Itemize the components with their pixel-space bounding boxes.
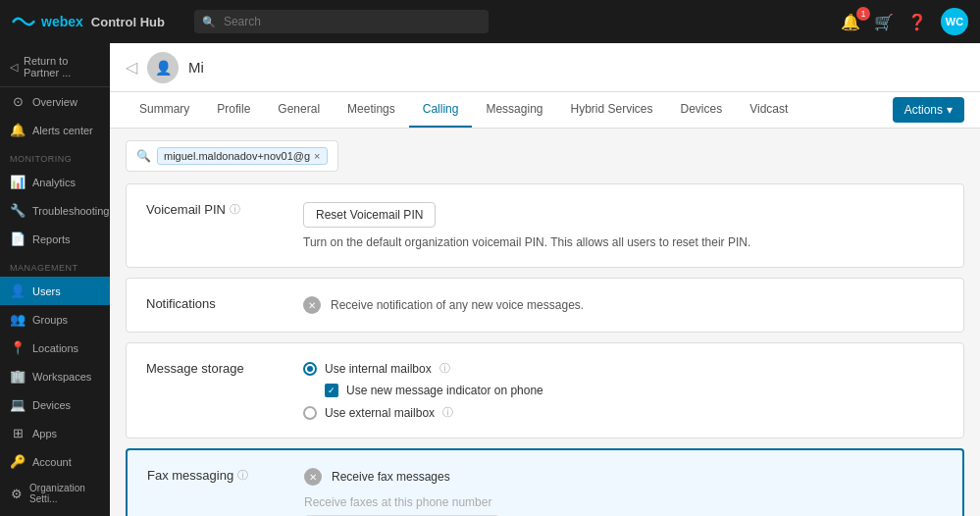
services-section-label: SERVICES bbox=[0, 511, 110, 516]
message-indicator-label: Use new message indicator on phone bbox=[346, 384, 543, 397]
message-storage-card: Message storage Use internal mailbox ⓘ ✓… bbox=[126, 342, 964, 439]
voicemail-pin-content: Reset Voicemail PIN Turn on the default … bbox=[303, 202, 944, 249]
internal-mailbox-info-icon[interactable]: ⓘ bbox=[439, 361, 450, 376]
email-tag: miguel.maldonadov+nov01@g × bbox=[157, 147, 328, 165]
message-storage-label: Message storage bbox=[146, 361, 284, 376]
user-name: Mi bbox=[188, 59, 204, 76]
back-to-partner[interactable]: ◁ Return to Partner ... bbox=[0, 47, 110, 87]
reports-icon: 📄 bbox=[10, 232, 26, 246]
sidebar-item-troubleshooting[interactable]: 🔧 Troubleshooting bbox=[0, 196, 110, 225]
users-icon: 👤 bbox=[10, 284, 26, 298]
user-avatar[interactable]: WC bbox=[941, 8, 968, 35]
notifications-row: Notifications ✕ Receive notification of … bbox=[146, 296, 944, 314]
sidebar-item-overview[interactable]: ⊙ Overview bbox=[0, 87, 110, 116]
notifications-toggle[interactable]: ✕ bbox=[303, 296, 321, 314]
main-content: ◁ 👤 Mi Summary Profile General Meetings … bbox=[110, 43, 980, 516]
sidebar-item-workspaces[interactable]: 🏢 Workspaces bbox=[0, 362, 110, 390]
radio-external-mailbox[interactable]: Use external mailbox ⓘ bbox=[303, 405, 944, 420]
actions-chevron-icon: ▾ bbox=[947, 103, 953, 117]
radio-internal-label: Use internal mailbox bbox=[325, 362, 432, 376]
sidebar-item-alerts[interactable]: 🔔 Alerts center bbox=[0, 116, 110, 144]
user-header: ◁ 👤 Mi bbox=[110, 43, 980, 92]
message-storage-row: Message storage Use internal mailbox ⓘ ✓… bbox=[146, 361, 944, 420]
org-settings-icon: ⚙ bbox=[10, 487, 23, 501]
email-tag-value: miguel.maldonadov+nov01@g bbox=[164, 150, 310, 162]
fax-label: Fax messaging ⓘ bbox=[147, 468, 284, 483]
notifications-icon[interactable]: 🔔 1 bbox=[841, 13, 860, 31]
sidebar-item-users[interactable]: 👤 Users bbox=[0, 277, 110, 305]
checkbox-message-indicator[interactable]: ✓ Use new message indicator on phone bbox=[303, 384, 944, 397]
email-filter-row: 🔍 miguel.maldonadov+nov01@g × bbox=[126, 140, 338, 172]
fax-content: ✕ Receive fax messages Receive faxes at … bbox=[304, 468, 943, 516]
management-section-label: MANAGEMENT bbox=[0, 253, 110, 277]
external-mailbox-info-icon[interactable]: ⓘ bbox=[442, 405, 453, 420]
radio-external-label: Use external mailbox bbox=[325, 406, 435, 420]
logo: webex Control Hub bbox=[12, 14, 165, 29]
tab-profile[interactable]: Profile bbox=[203, 92, 264, 128]
voicemail-pin-row: Voicemail PIN ⓘ Reset Voicemail PIN Turn… bbox=[146, 202, 944, 249]
message-storage-content: Use internal mailbox ⓘ ✓ Use new message… bbox=[303, 361, 944, 420]
main-layout: ◁ Return to Partner ... ⊙ Overview 🔔 Ale… bbox=[0, 43, 980, 516]
voicemail-link-row: Turn on the default organization voicema… bbox=[303, 235, 944, 249]
sidebar-item-org-settings[interactable]: ⚙ Organization Setti... bbox=[0, 476, 110, 511]
sidebar: ◁ Return to Partner ... ⊙ Overview 🔔 Ale… bbox=[0, 43, 110, 516]
user-avatar-placeholder: 👤 bbox=[147, 52, 179, 83]
search-input[interactable] bbox=[194, 10, 489, 33]
fax-receive-taxes-label: Receive faxes at this phone number bbox=[304, 495, 943, 509]
help-icon[interactable]: ❓ bbox=[907, 13, 927, 31]
tab-hybrid-services[interactable]: Hybrid Services bbox=[556, 92, 666, 128]
tab-vidcast[interactable]: Vidcast bbox=[736, 92, 801, 128]
voicemail-pin-link[interactable]: Turn on the default organization voicema… bbox=[303, 235, 944, 249]
tab-calling[interactable]: Calling bbox=[409, 92, 473, 128]
sidebar-item-label: Analytics bbox=[32, 177, 76, 188]
sidebar-item-groups[interactable]: 👥 Groups bbox=[0, 305, 110, 334]
sidebar-item-devices[interactable]: 💻 Devices bbox=[0, 390, 110, 419]
sidebar-item-analytics[interactable]: 📊 Analytics bbox=[0, 168, 110, 196]
groups-icon: 👥 bbox=[10, 312, 26, 327]
topbar: webex Control Hub 🔍 🔔 1 🛒 ❓ WC bbox=[0, 0, 980, 43]
alerts-icon: 🔔 bbox=[10, 123, 26, 137]
notifications-text: Receive notification of any new voice me… bbox=[331, 298, 584, 312]
tab-messaging[interactable]: Messaging bbox=[472, 92, 556, 128]
logo-text: webex bbox=[41, 14, 83, 29]
fax-row: Fax messaging ⓘ ✕ Receive fax messages R… bbox=[147, 468, 943, 516]
sidebar-item-account[interactable]: 🔑 Account bbox=[0, 447, 110, 476]
locations-icon: 📍 bbox=[10, 340, 26, 355]
fax-messaging-card: Fax messaging ⓘ ✕ Receive fax messages R… bbox=[126, 448, 964, 516]
tab-general[interactable]: General bbox=[264, 92, 334, 128]
tab-devices[interactable]: Devices bbox=[667, 92, 737, 128]
actions-label: Actions bbox=[904, 103, 943, 117]
back-nav-icon[interactable]: ◁ bbox=[126, 58, 137, 77]
tabs-bar: Summary Profile General Meetings Calling… bbox=[110, 92, 980, 129]
overview-icon: ⊙ bbox=[10, 94, 26, 109]
sidebar-item-locations[interactable]: 📍 Locations bbox=[0, 334, 110, 362]
tab-summary[interactable]: Summary bbox=[126, 92, 203, 128]
sidebar-item-label: Overview bbox=[32, 96, 77, 108]
sidebar-item-label: Troubleshooting bbox=[32, 205, 109, 217]
cart-icon[interactable]: 🛒 bbox=[874, 13, 894, 31]
search-bar[interactable]: 🔍 bbox=[194, 10, 489, 33]
voicemail-info-icon[interactable]: ⓘ bbox=[230, 202, 240, 217]
search-icon: 🔍 bbox=[202, 16, 216, 28]
fax-info-icon[interactable]: ⓘ bbox=[237, 468, 248, 483]
radio-internal-mailbox[interactable]: Use internal mailbox ⓘ bbox=[303, 361, 944, 376]
back-arrow-icon: ◁ bbox=[10, 61, 18, 74]
reset-voicemail-pin-button[interactable]: Reset Voicemail PIN bbox=[303, 202, 436, 228]
account-icon: 🔑 bbox=[10, 454, 26, 469]
tab-meetings[interactable]: Meetings bbox=[334, 92, 409, 128]
email-tag-close[interactable]: × bbox=[314, 150, 320, 162]
sidebar-item-label: Groups bbox=[32, 314, 68, 326]
fax-receive-label: Receive fax messages bbox=[332, 470, 450, 484]
fax-toggle[interactable]: ✕ bbox=[304, 468, 322, 486]
sidebar-item-label: Account bbox=[32, 456, 72, 468]
workspaces-icon: 🏢 bbox=[10, 369, 26, 384]
sidebar-item-label: Apps bbox=[32, 428, 57, 439]
actions-button[interactable]: Actions ▾ bbox=[893, 97, 964, 123]
sidebar-item-label: Devices bbox=[32, 399, 71, 411]
sidebar-item-apps[interactable]: ⊞ Apps bbox=[0, 419, 110, 447]
analytics-icon: 📊 bbox=[10, 175, 26, 189]
monitoring-section-label: MONITORING bbox=[0, 144, 110, 168]
voicemail-pin-label: Voicemail PIN ⓘ bbox=[146, 202, 284, 217]
notifications-label: Notifications bbox=[146, 296, 284, 311]
sidebar-item-reports[interactable]: 📄 Reports bbox=[0, 225, 110, 253]
